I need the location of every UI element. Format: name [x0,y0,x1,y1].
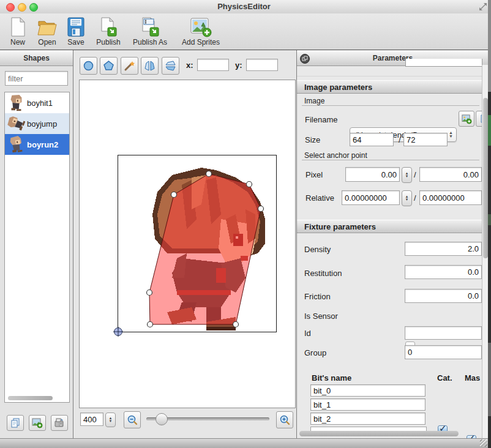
export-shapes-button[interactable] [51,415,68,431]
friction-label: Friction [304,292,331,301]
shape-list-item[interactable]: boyjump [5,113,69,134]
title-bar[interactable]: PhysicsEditor [0,0,488,14]
fullscreen-icon[interactable] [479,2,487,11]
image-parameters-header: Image parameters [297,80,482,94]
add-sprites-icon [190,17,212,37]
size-label: Size [305,135,320,144]
polygon-vertex[interactable] [206,171,212,177]
relative-x-input[interactable] [342,190,400,205]
circle-icon [83,60,94,72]
restitution-input[interactable] [405,265,482,279]
shapes-list: boyhit1 boyjump [4,92,70,403]
canvas-area: x: y: [73,50,296,438]
parameters-panel: Parameters Image parameters Image Filena… [296,50,489,438]
sprite-canvas[interactable] [79,80,296,408]
pixel-y-input[interactable] [419,167,482,182]
density-input[interactable] [405,242,482,256]
dropdown-arrows-icon: ▲▼ [449,131,453,138]
polygon-vertex[interactable] [147,290,152,296]
pentagon-icon [103,60,114,72]
parameters-vscrollbar-thumb[interactable] [483,98,488,258]
undock-icon [302,56,308,62]
size-width-input[interactable] [350,133,394,146]
open-button[interactable]: Open [33,17,61,47]
publish-icon [99,17,118,37]
y-coordinate-input[interactable] [246,59,278,71]
zoom-level-input[interactable] [80,413,103,426]
relative-y-input[interactable] [419,190,482,205]
polygon-vertex[interactable] [247,182,252,187]
desktop-edge [488,0,491,448]
pixel-stepper[interactable]: ▲ ▼ [402,167,412,183]
sprite-thumbnail [7,114,25,133]
parameters-hscrollbar[interactable] [299,431,459,436]
publish-as-button[interactable]: Publish As [129,17,171,47]
resize-grip-icon[interactable] [480,439,487,447]
polygon-vertex[interactable] [171,192,177,198]
bit-name-input[interactable] [310,413,425,425]
bits-mask-header: Mas [465,373,480,383]
sprite-bounds [118,155,277,332]
anchor-group-label: Select anchor point [304,151,367,160]
id-label: Id [304,329,311,338]
add-sprites-button[interactable]: Add Sprites [176,17,225,47]
clipped-combobox[interactable] [405,59,482,67]
restitution-label: Restitution [304,269,342,278]
reload-image-button[interactable] [459,111,474,127]
zoom-in-button[interactable] [276,411,293,428]
toolbar-label: New [4,38,32,47]
stepper-down-icon: ▼ [405,198,409,201]
circle-shape-tool[interactable] [80,57,97,75]
duplicate-shape-button[interactable] [7,415,24,431]
flip-horizontal-icon [144,60,156,72]
physicseditor-window: PhysicsEditor New Open [0,0,491,448]
pixel-x-input[interactable] [345,167,400,182]
polygon-vertex[interactable] [148,322,153,327]
x-coordinate-input[interactable] [197,59,229,71]
toolbar-label: Add Sprites [176,38,225,47]
shape-name: boyrun2 [27,140,58,149]
stepper-down-icon: ▼ [405,175,409,178]
new-button[interactable]: New [4,17,32,47]
filter-input[interactable] [5,71,68,86]
sprite-thumbnail [7,94,25,112]
anchor-point-marker[interactable] [113,327,123,337]
id-input[interactable] [405,326,482,340]
is-sensor-label: Is Sensor [304,312,338,321]
bit-name-input[interactable] [310,384,425,397]
open-folder-icon [37,17,58,37]
zoom-in-icon [279,414,290,425]
shape-list-item[interactable]: boyhit1 [5,92,69,113]
magic-wand-tool[interactable] [121,57,138,75]
zoom-out-icon [127,414,138,425]
bits-name-header: Bit's name [312,373,351,383]
density-label: Density [304,245,331,254]
save-button[interactable]: Save [62,17,89,47]
group-input[interactable] [405,345,482,359]
image-group-label: Image [304,97,324,105]
relative-stepper[interactable]: ▲ ▼ [402,190,412,206]
zoom-level-stepper[interactable]: ▲ ▼ [105,413,116,427]
pixel-label: Pixel [305,170,323,179]
pixel-separator: / [414,170,416,179]
window-title: PhysicsEditor [0,2,488,11]
sprite-thumbnail [7,135,25,154]
polygon-vertex[interactable] [233,322,239,327]
flip-vertical-tool[interactable] [162,57,179,75]
sprite-editor-view [118,155,276,332]
shape-list-item-selected[interactable]: boyrun2 [5,134,69,155]
publish-button[interactable]: Publish [91,17,126,47]
flip-horizontal-tool[interactable] [141,57,159,75]
undock-panel-button[interactable] [300,54,310,64]
polygon-shape-tool[interactable] [100,57,118,75]
bit-name-input[interactable] [310,398,425,411]
size-height-input[interactable] [403,133,448,146]
friction-input[interactable] [405,289,482,303]
zoom-slider-thumb[interactable] [156,413,168,425]
add-image-button[interactable] [29,415,46,431]
x-coordinate-label: x: [186,61,193,70]
shapes-list-hscrollbar[interactable] [8,396,53,400]
shape-name: boyjump [27,119,57,129]
polygon-vertex[interactable] [258,206,264,212]
zoom-out-button[interactable] [124,411,141,428]
